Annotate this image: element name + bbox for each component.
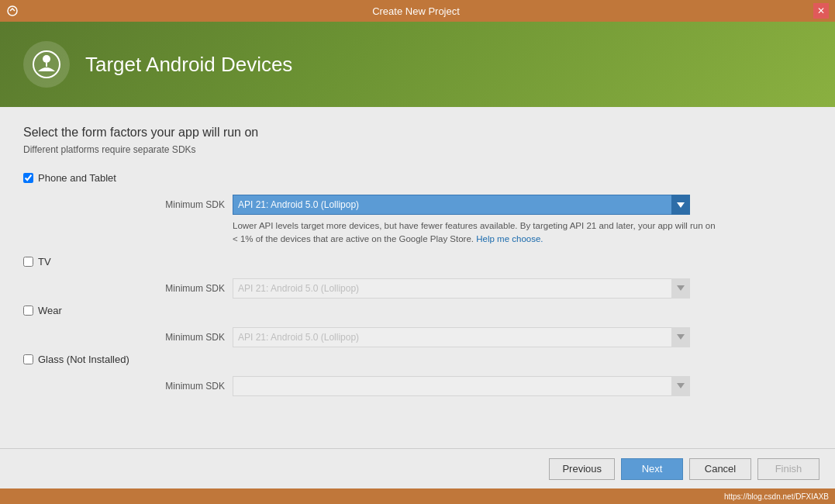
- tv-option-row: TV: [23, 254, 812, 268]
- svg-point-0: [8, 6, 17, 16]
- phone-tablet-option-row: Phone and Tablet: [23, 171, 812, 184]
- wear-sdk-wrapper: API 21: Android 5.0 (Lollipop): [233, 327, 690, 347]
- tv-sdk-label: Minimum SDK: [147, 283, 225, 294]
- phone-tablet-checkbox-label[interactable]: Phone and Tablet: [23, 171, 147, 184]
- cancel-button[interactable]: Cancel: [689, 458, 751, 480]
- wear-sdk-row: Minimum SDK API 21: Android 5.0 (Lollipo…: [23, 327, 812, 347]
- phone-tablet-sdk-wrapper: API 21: Android 5.0 (Lollipop): [233, 195, 690, 215]
- glass-checkbox[interactable]: [23, 354, 33, 364]
- help-text-content: Lower API levels target more devices, bu…: [233, 221, 716, 243]
- tv-checkbox-label[interactable]: TV: [23, 254, 147, 268]
- android-studio-logo: [23, 41, 70, 88]
- window-title: Create New Project: [19, 5, 813, 17]
- page-subtitle: Different platforms require separate SDK…: [23, 144, 812, 155]
- previous-button[interactable]: Previous: [549, 458, 615, 480]
- phone-tablet-help-text: Lower API levels target more devices, bu…: [23, 219, 721, 247]
- glass-option-row: Glass (Not Installed): [23, 352, 812, 365]
- phone-tablet-sdk-select[interactable]: API 21: Android 5.0 (Lollipop): [233, 195, 690, 215]
- next-button[interactable]: Next: [621, 458, 683, 480]
- glass-label: Glass (Not Installed): [38, 354, 129, 365]
- glass-sdk-label: Minimum SDK: [147, 381, 225, 392]
- close-button[interactable]: ✕: [813, 3, 829, 19]
- content-area: Select the form factors your app will ru…: [0, 107, 835, 448]
- footer: Previous Next Cancel Finish: [0, 448, 835, 488]
- tv-checkbox[interactable]: [23, 257, 33, 267]
- header-title: Target Android Devices: [85, 53, 292, 77]
- glass-sdk-wrapper: [233, 376, 690, 396]
- wear-sdk-select: API 21: Android 5.0 (Lollipop): [233, 327, 690, 347]
- tv-label: TV: [38, 256, 51, 268]
- finish-button[interactable]: Finish: [757, 458, 819, 480]
- glass-checkbox-label[interactable]: Glass (Not Installed): [23, 352, 147, 365]
- title-bar: Create New Project ✕: [0, 0, 835, 22]
- wear-option-row: Wear: [23, 303, 812, 316]
- phone-tablet-sdk-label: Minimum SDK: [147, 199, 225, 210]
- tv-sdk-select: API 21: Android 5.0 (Lollipop): [233, 278, 690, 299]
- tv-sdk-wrapper: API 21: Android 5.0 (Lollipop): [233, 278, 690, 299]
- header-band: Target Android Devices: [0, 22, 835, 107]
- wear-sdk-label: Minimum SDK: [147, 332, 225, 343]
- glass-sdk-select: [233, 376, 690, 396]
- tv-sdk-row: Minimum SDK API 21: Android 5.0 (Lollipo…: [23, 278, 812, 299]
- wear-label: Wear: [38, 305, 62, 316]
- glass-sdk-row: Minimum SDK: [23, 376, 812, 396]
- help-me-choose-link[interactable]: Help me choose.: [476, 234, 543, 243]
- wear-checkbox[interactable]: [23, 306, 33, 316]
- app-icon: [6, 5, 19, 17]
- status-bar-text: https://blog.csdn.net/DFXIAXB: [724, 492, 829, 501]
- phone-tablet-sdk-row: Minimum SDK API 21: Android 5.0 (Lollipo…: [23, 195, 812, 215]
- phone-tablet-label: Phone and Tablet: [38, 172, 116, 184]
- wear-checkbox-label[interactable]: Wear: [23, 303, 147, 316]
- page-title: Select the form factors your app will ru…: [23, 126, 812, 140]
- svg-point-2: [43, 55, 50, 63]
- form-section: Phone and Tablet Minimum SDK API 21: And…: [23, 171, 812, 440]
- status-bar: https://blog.csdn.net/DFXIAXB: [0, 488, 835, 504]
- phone-tablet-checkbox[interactable]: [23, 173, 33, 183]
